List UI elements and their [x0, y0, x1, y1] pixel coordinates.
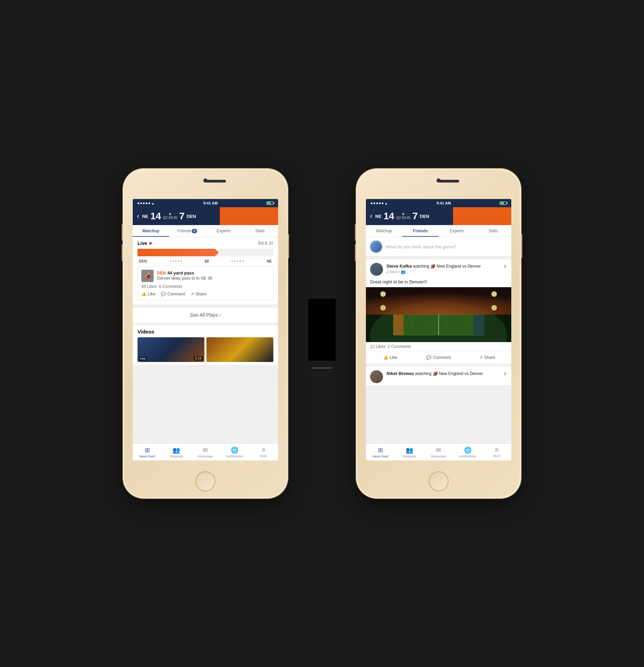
- nav-notifications-left[interactable]: 🌐 Notifications: [220, 444, 249, 460]
- nav-requests-left[interactable]: 👥 Requests: [162, 444, 191, 460]
- live-label: Live: [138, 241, 152, 246]
- battery-fill-right: [500, 202, 504, 204]
- status-time-right: 9:41 AM: [437, 201, 451, 205]
- videos-section: Videos FOX 0:16: [133, 325, 278, 365]
- nav-newsfeed-label-right: News Feed: [373, 455, 389, 458]
- football-icon: 🏈: [141, 270, 154, 282]
- black-rectangle: [308, 299, 336, 361]
- see-all-plays-btn[interactable]: See All Plays ›: [133, 307, 278, 323]
- bottom-nav-right: ⊞ News Feed 👥 Requests ✉ Messenger 🌐 Not…: [366, 443, 511, 460]
- nav-requests-label-left: Requests: [170, 455, 183, 458]
- tab-friends-left[interactable]: Friends4: [169, 225, 205, 237]
- share-label-steve: Share: [484, 355, 495, 360]
- nav-newsfeed-label-left: News Feed: [140, 455, 155, 458]
- post-image-steve: [366, 287, 511, 342]
- score2-left: 7: [179, 211, 185, 222]
- post-meta-niket: Niket Biswas watching 🏈 New England vs D…: [386, 370, 500, 376]
- video-bg-2: [206, 337, 273, 362]
- videos-grid: FOX 0:16: [138, 337, 273, 362]
- post-name-steve: Steve Kafka watching 🏈 New England vs De…: [386, 264, 481, 269]
- play-like-btn[interactable]: 👍 Like: [141, 292, 155, 296]
- tabs-left: Matchup Friends4 Experts Stats: [133, 225, 278, 237]
- post-share-btn-steve[interactable]: ↗ Share: [463, 353, 511, 362]
- yard-dot-9: [240, 260, 241, 262]
- friends-content: What do you think about the game? Steve …: [366, 237, 511, 443]
- video-thumb-1[interactable]: FOX 0:16: [138, 337, 204, 362]
- post-like-btn-steve[interactable]: 👍 Like: [366, 353, 414, 362]
- nav-notifications-right[interactable]: 🌐 Notifications: [453, 444, 482, 460]
- home-button-left[interactable]: [195, 471, 215, 491]
- play-share-btn[interactable]: ↗ Share: [191, 292, 206, 296]
- nav-newsfeed-right[interactable]: ⊞ News Feed: [366, 444, 395, 460]
- wifi-icon: ▲: [151, 201, 155, 205]
- nav-more-right[interactable]: ≡ More: [482, 444, 511, 460]
- newsfeed-icon-right: ⊞: [378, 446, 383, 454]
- post-chevron-niket[interactable]: ∨: [503, 370, 507, 377]
- notifications-icon-right: 🌐: [464, 446, 472, 454]
- tab-experts-left[interactable]: Experts: [205, 225, 242, 237]
- see-all-plays-label: See All Plays: [190, 312, 218, 318]
- yard-dot-8: [237, 260, 238, 262]
- back-button-left[interactable]: ‹: [137, 212, 139, 221]
- back-button-right[interactable]: ‹: [370, 212, 372, 221]
- side-btn-left-2: [122, 244, 123, 261]
- post-comment-btn-steve[interactable]: 💬 Comment: [414, 353, 463, 362]
- signal-dot-r2: [373, 202, 375, 204]
- video-duration-1: 0:16: [194, 356, 203, 361]
- post-timestamp-steve: 2 mins • 👥: [386, 270, 500, 274]
- play-title: 44 yard pass: [167, 270, 194, 276]
- svg-point-12: [380, 291, 386, 297]
- tab-stats-left[interactable]: Stats: [242, 225, 278, 237]
- tab-experts-right[interactable]: Experts: [439, 225, 475, 237]
- signal-dot-r1: [371, 202, 372, 204]
- signal-dot-2: [140, 202, 142, 204]
- score-header-left: ‹ NE 14 Q2 03:45 7 DEN: [133, 207, 278, 225]
- play-card-header: 🏈 DEN 44 yard pass Denver deep pass to t…: [141, 270, 270, 282]
- battery-icon-right: [500, 201, 506, 205]
- live-indicator: [149, 242, 152, 245]
- nav-newsfeed-left[interactable]: ⊞ News Feed: [133, 444, 162, 460]
- play-comment-btn[interactable]: 💬 Comment: [161, 292, 185, 296]
- score-middle-left: Q2 03:45: [163, 213, 177, 220]
- share-label: Share: [195, 292, 206, 296]
- nav-messenger-left[interactable]: ✉ Messenger: [191, 444, 220, 460]
- yard-dot-2: [172, 260, 174, 262]
- nav-requests-right[interactable]: 👥 Requests: [395, 444, 424, 460]
- thumbs-up-icon-steve: 👍: [383, 355, 388, 360]
- live-section: Live 3rd & 10 DEN: [133, 237, 278, 304]
- home-button-right[interactable]: [429, 471, 449, 491]
- yard-dot-1: [170, 260, 171, 262]
- score-dot-right: [402, 213, 404, 215]
- post-text-steve: Great night to be in Denver!!!: [366, 278, 511, 287]
- nav-more-left[interactable]: ≡ More: [249, 444, 278, 460]
- nav-more-label-left: More: [260, 454, 267, 458]
- tab-matchup-left[interactable]: Matchup: [133, 225, 169, 237]
- status-left: ▲: [138, 201, 155, 205]
- nav-notifications-label-left: Notifications: [226, 455, 243, 458]
- tab-friends-right[interactable]: Friends: [402, 225, 439, 237]
- tab-stats-right[interactable]: Stats: [475, 225, 511, 237]
- post-chevron-steve[interactable]: ∨: [503, 263, 507, 269]
- notifications-icon-left: 🌐: [231, 446, 238, 454]
- compose-input[interactable]: What do you think about the game?: [386, 244, 456, 249]
- post-steve-header: Steve Kafka watching 🏈 New England vs De…: [366, 259, 511, 278]
- nav-messenger-label-right: Messenger: [431, 455, 446, 458]
- yard-dot-10: [242, 260, 244, 262]
- nav-messenger-right[interactable]: ✉ Messenger: [424, 444, 453, 460]
- video-thumb-2[interactable]: [206, 337, 273, 362]
- avatar-img-niket: [370, 370, 383, 383]
- speaker-left: [205, 180, 226, 183]
- right-phone-screen: ▲ 9:41 AM ‹ NE 14 Q2 03:45: [366, 199, 511, 460]
- yard-dot-7: [234, 260, 236, 262]
- thumbs-up-icon: 👍: [141, 292, 146, 296]
- post-name-niket: Niket Biswas watching 🏈 New England vs D…: [386, 371, 483, 376]
- yard-dot-4: [178, 260, 179, 262]
- signal-dot-1: [138, 202, 139, 204]
- post-steve: Steve Kafka watching 🏈 New England vs De…: [366, 259, 511, 364]
- compose-avatar-img: [371, 241, 382, 252]
- live-text: Live: [138, 241, 147, 246]
- score1-right: 14: [383, 211, 394, 222]
- tab-matchup-right[interactable]: Matchup: [366, 225, 402, 237]
- left-phone: ▲ 9:41 AM ‹ NE 14 Q2 03:45: [123, 169, 288, 498]
- post-meta-steve: Steve Kafka watching 🏈 New England vs De…: [386, 263, 500, 274]
